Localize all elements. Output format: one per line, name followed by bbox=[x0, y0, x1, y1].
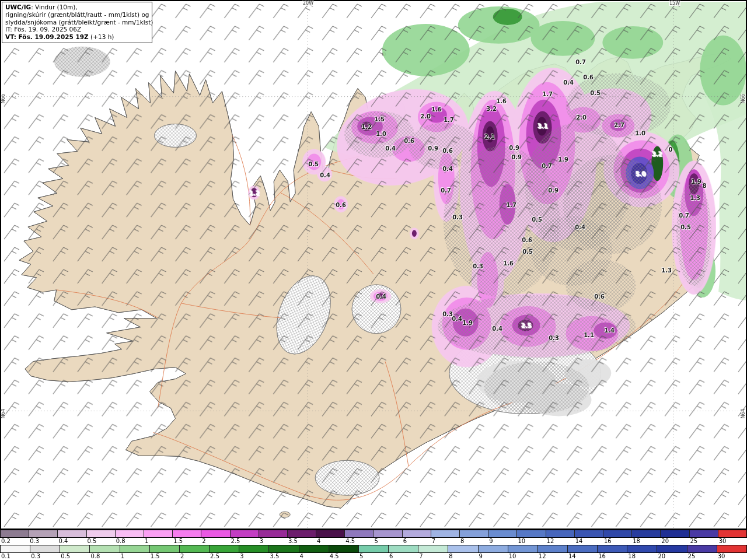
colorbar-segment: 0.3 bbox=[30, 545, 60, 552]
colorbar-segment: 4.5 bbox=[345, 530, 374, 537]
colorbar-tick-label: 10 bbox=[518, 538, 525, 545]
colorbar-segment: 4 bbox=[316, 530, 345, 537]
colorbar-tick-label: 4 bbox=[317, 538, 320, 545]
colorbar-tick-label: 0.4 bbox=[58, 538, 68, 545]
colorbar-segment: 3 bbox=[239, 545, 269, 552]
colorbar-segment: 0.3 bbox=[29, 530, 58, 537]
legend-snow-text: slydda/snjókoma (grátt/bleikt/grænt - mm… bbox=[5, 19, 149, 26]
colorbar-segment: 10 bbox=[517, 530, 546, 537]
colorbar-tick-label: 2.5 bbox=[231, 538, 240, 545]
colorbar-tick-label: 9 bbox=[479, 553, 483, 560]
colorbar-segment: 12 bbox=[546, 530, 575, 537]
colorbar-tick-label: 10 bbox=[509, 553, 516, 560]
colorbar-tick-label: 4.5 bbox=[330, 553, 339, 560]
colorbar-segment: 18 bbox=[632, 530, 661, 537]
colorbar-tick-label: 18 bbox=[628, 553, 636, 560]
colorbar-tick-label: 0.5 bbox=[88, 538, 97, 545]
colorbar-segment: 0.5 bbox=[60, 545, 90, 552]
colorbar-segment: 5 bbox=[374, 530, 402, 537]
colorbar-segment: 9 bbox=[488, 530, 517, 537]
legend-rain-text: rigning/skúrir (grænt/blátt/rautt - mm/1… bbox=[5, 11, 149, 19]
colorbar-tick-label: 30 bbox=[718, 553, 725, 560]
colorbar-segment: 16 bbox=[598, 545, 627, 552]
colorbar-segment: 16 bbox=[603, 530, 632, 537]
colorbar-tick-label: 2 bbox=[180, 553, 184, 560]
colorbar-segment: 30 bbox=[717, 545, 746, 552]
map-area: 0.7 0.4 0.6 0.5 1.7 1.6 1.6 3.2 2.0 1.7 … bbox=[0, 0, 747, 530]
colorbar-segment: 9 bbox=[479, 545, 508, 552]
colorbar-tick-label: 3 bbox=[260, 538, 263, 545]
colorbar-tick-label: 4 bbox=[300, 553, 303, 560]
colorbar-segment: 1 bbox=[144, 530, 173, 537]
colorbar-segment: 1 bbox=[120, 545, 150, 552]
colorbar-segment: 2 bbox=[201, 530, 230, 537]
wind-barbs-layer bbox=[1, 1, 746, 529]
colorbar-tick-label: 2 bbox=[202, 538, 205, 545]
colorbar-segment: 10 bbox=[508, 545, 538, 552]
colorbar-tick-label: 30 bbox=[719, 538, 727, 545]
colorbar-segment: 0.8 bbox=[116, 530, 144, 537]
colorbar-segment: 0.5 bbox=[87, 530, 116, 537]
info-box: UWC/IG: Vindur (10m), rigning/skúrir (gr… bbox=[2, 2, 152, 43]
colorbar-tick-label: 3 bbox=[240, 553, 243, 560]
colorbar-tick-label: 0.5 bbox=[61, 553, 70, 560]
colorbar-tick-label: 25 bbox=[688, 553, 696, 560]
colorbar-segment: 6 bbox=[389, 545, 418, 552]
colorbar-segment: 0.1 bbox=[1, 545, 30, 552]
colorbar-segment: 7 bbox=[418, 545, 448, 552]
color-scales: 0.2 0.3 0.4 0.5 0.8 bbox=[0, 530, 747, 560]
colorbar-tick-label: 14 bbox=[575, 538, 583, 545]
weather-map-page: 0.7 0.4 0.6 0.5 1.7 1.6 1.6 3.2 2.0 1.7 … bbox=[0, 0, 747, 560]
colorbar-tick-label: 2.5 bbox=[210, 553, 219, 560]
colorbar-tick-label: 6 bbox=[389, 553, 393, 560]
colorbar-segment: 8 bbox=[460, 530, 488, 537]
colorbar-tick-label: 20 bbox=[661, 538, 669, 545]
colorbar-segment: 20 bbox=[657, 545, 687, 552]
colorbar-tick-label: 4.5 bbox=[345, 538, 355, 545]
colorbar-segment: 2.5 bbox=[231, 530, 259, 537]
colorbar-tick-label: 1.5 bbox=[151, 553, 160, 560]
colorbar-tick-label: 12 bbox=[539, 553, 546, 560]
colorbar-segment: 18 bbox=[627, 545, 657, 552]
colorbar-segment: 3.5 bbox=[269, 545, 299, 552]
colorbar-snow-segments: 0.1 0.3 0.5 0.8 1 bbox=[0, 545, 747, 553]
colorbar-tick-label: 0.1 bbox=[1, 553, 11, 560]
colorbar-tick-label: 6 bbox=[403, 538, 407, 545]
map-graphic bbox=[1, 1, 746, 529]
colorbar-tick-label: 0.8 bbox=[116, 538, 125, 545]
colorbar-tick-label: 1 bbox=[145, 538, 148, 545]
colorbar-tick-label: 14 bbox=[568, 553, 576, 560]
colorbar-tick-label: 1 bbox=[121, 553, 124, 560]
colorbar-segment: 1.5 bbox=[150, 545, 180, 552]
colorbar-tick-label: 0.8 bbox=[90, 553, 100, 560]
colorbar-tick-label: 25 bbox=[690, 538, 698, 545]
colorbar-tick-label: 7 bbox=[419, 553, 423, 560]
colorbar-tick-label: 18 bbox=[633, 538, 640, 545]
colorbar-tick-label: 12 bbox=[547, 538, 554, 545]
colorbar-segment: 7 bbox=[431, 530, 460, 537]
colorbar-segment: 4.5 bbox=[329, 545, 359, 552]
colorbar-tick-label: 20 bbox=[658, 553, 665, 560]
colorbar-segment: 0.2 bbox=[1, 530, 29, 537]
colorbar-tick-label: 8 bbox=[460, 538, 464, 545]
colorbar-segment: 8 bbox=[448, 545, 478, 552]
colorbar-tick-label: 5 bbox=[374, 538, 378, 545]
colorbar-tick-label: 3.5 bbox=[288, 538, 298, 545]
init-time: IT: Fös. 19. 09. 2025 06Z bbox=[5, 26, 149, 33]
colorbar-tick-label: 16 bbox=[598, 553, 606, 560]
colorbar-tick-label: 5 bbox=[359, 553, 363, 560]
colorbar-segment: 20 bbox=[661, 530, 689, 537]
colorbar-tick-label: 1.5 bbox=[173, 538, 183, 545]
colorbar-tick-label: 0.3 bbox=[31, 553, 40, 560]
colorbar-tick-label: 9 bbox=[489, 538, 493, 545]
product-code: UWC/IG bbox=[5, 4, 31, 10]
valid-time: VT: Fös. 19.09.2025 19Z bbox=[5, 33, 89, 40]
colorbar-segment: 0.8 bbox=[90, 545, 120, 552]
colorbar-segment: 3.5 bbox=[288, 530, 316, 537]
colorbar-tick-label: 7 bbox=[432, 538, 435, 545]
colorbar-segment: 6 bbox=[403, 530, 431, 537]
colorbar-segment: 3 bbox=[259, 530, 288, 537]
colorbar-segment: 1.5 bbox=[173, 530, 201, 537]
colorbar-segment: 25 bbox=[687, 545, 717, 552]
colorbar-segment: 5 bbox=[359, 545, 389, 552]
